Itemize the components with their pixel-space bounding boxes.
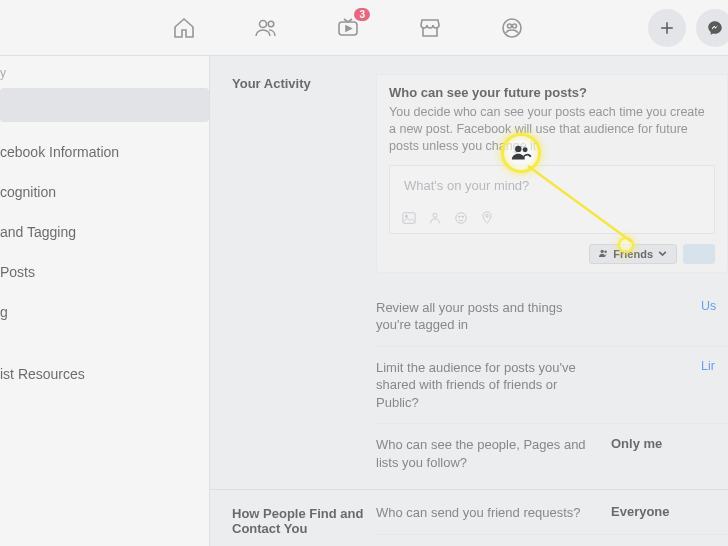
top-nav: 3 [0, 0, 728, 56]
setting-action[interactable]: Us [701, 299, 716, 334]
section-your-activity: Your Activity [232, 74, 376, 91]
setting-row[interactable]: Who can send you friend requests? Everyo… [376, 504, 728, 535]
svg-point-4 [508, 24, 512, 28]
future-posts-card: Who can see your future posts? You decid… [376, 74, 728, 273]
home-icon[interactable] [170, 14, 198, 42]
sidebar-item[interactable]: and Tagging [0, 212, 209, 252]
svg-rect-6 [403, 212, 415, 223]
svg-point-15 [515, 146, 521, 152]
setting-value: Only me [611, 436, 701, 471]
sidebar-item-selected[interactable] [0, 88, 209, 122]
svg-point-10 [459, 216, 460, 217]
post-button-stub [683, 244, 715, 264]
chevron-down-icon [657, 248, 668, 259]
svg-point-3 [503, 19, 521, 37]
photo-icon [402, 211, 416, 225]
setting-row[interactable]: Who can see the people, Pages and lists … [376, 424, 728, 483]
svg-point-0 [260, 20, 267, 27]
setting-action[interactable]: Lir [701, 359, 715, 412]
location-icon [480, 211, 494, 225]
setting-value [611, 359, 701, 412]
svg-point-9 [456, 212, 467, 223]
top-nav-actions [648, 9, 728, 47]
watch-badge: 3 [354, 8, 370, 21]
setting-row[interactable]: Review all your posts and things you're … [376, 287, 728, 347]
svg-point-14 [605, 251, 607, 253]
svg-point-11 [462, 216, 463, 217]
setting-text: Who can send you friend requests? [376, 504, 611, 522]
svg-point-8 [433, 213, 437, 217]
setting-text: Who can see the people, Pages and lists … [376, 436, 611, 471]
privacy-settings-content: Your Activity Who can see your future po… [210, 56, 728, 546]
setting-text: Review all your posts and things you're … [376, 299, 611, 334]
setting-value: Everyone [611, 504, 701, 522]
svg-point-5 [513, 24, 517, 28]
composer-preview: What's on your mind? [389, 165, 715, 234]
groups-icon[interactable] [498, 14, 526, 42]
svg-point-13 [601, 250, 604, 253]
settings-sidebar: y cebook Information cognition and Taggi… [0, 56, 210, 546]
setting-text: Limit the audience for posts you've shar… [376, 359, 611, 412]
sidebar-item[interactable]: Posts [0, 252, 209, 292]
setting-value [611, 299, 701, 334]
section-find-contact: How People Find and Contact You [232, 504, 376, 536]
friends-icon[interactable] [252, 14, 280, 42]
card-desc: You decide who can see your posts each t… [389, 104, 715, 155]
sidebar-item[interactable]: cognition [0, 172, 209, 212]
svg-point-7 [405, 215, 407, 217]
sidebar-item[interactable]: ist Resources [0, 354, 209, 394]
friends-icon-annotation [510, 142, 532, 164]
sidebar-item[interactable]: g [0, 292, 209, 332]
create-button[interactable] [648, 9, 686, 47]
messenger-button[interactable] [696, 9, 728, 47]
feeling-icon [454, 211, 468, 225]
setting-row[interactable]: Who can see your friends list? Only me [376, 535, 728, 546]
sidebar-item[interactable]: cebook Information [0, 132, 209, 172]
top-nav-tabs: 3 [0, 14, 648, 42]
svg-point-16 [523, 147, 528, 152]
audience-label: Friends [613, 248, 653, 260]
setting-row[interactable]: Limit the audience for posts you've shar… [376, 347, 728, 425]
section-divider [210, 489, 728, 490]
watch-icon[interactable]: 3 [334, 14, 362, 42]
svg-point-12 [486, 214, 489, 217]
sidebar-item[interactable]: y [0, 56, 209, 88]
card-title: Who can see your future posts? [389, 85, 715, 100]
composer-placeholder: What's on your mind? [390, 166, 714, 205]
tag-icon [428, 211, 442, 225]
audience-selector[interactable]: Friends [589, 244, 677, 264]
marketplace-icon[interactable] [416, 14, 444, 42]
svg-point-1 [268, 21, 274, 27]
